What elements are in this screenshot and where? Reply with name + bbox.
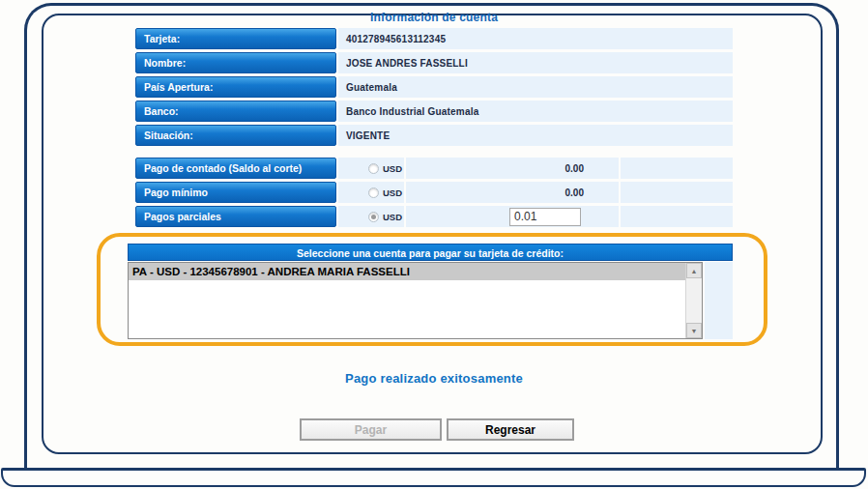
country-value: Guatemala [338, 76, 733, 98]
row-label-banco: Banco: [135, 101, 336, 122]
row-label-pagos-parciales: Pagos parciales [135, 206, 336, 227]
currency-label: USD [383, 187, 402, 198]
payment-options-table: Pago de contado (Saldo al corte) USD 0.0… [135, 158, 733, 230]
amount-pago-minimo: 0.00 [406, 182, 619, 203]
table-row: Tarjeta: 401278945613112345 [135, 28, 733, 49]
card-holder-value: JOSE ANDRES FASSELLI [338, 52, 733, 73]
pagar-button[interactable]: Pagar [300, 418, 442, 441]
card-number-value: 401278945613112345 [338, 28, 733, 49]
payment-success-message: Pago realizado exitosamente [135, 371, 733, 386]
partial-payment-amount-input[interactable] [509, 208, 581, 226]
table-row: Nombre: JOSE ANDRES FASSELLI [135, 52, 733, 73]
row-label-pais-apertura: País Apertura: [135, 76, 336, 98]
status-value: VIGENTE [338, 125, 733, 146]
account-option-selected[interactable]: PA - USD - 12345678901 - ANDREA MARIA FA… [129, 263, 685, 280]
radio-pago-minimo[interactable] [368, 187, 379, 198]
regresar-button[interactable]: Regresar [447, 418, 574, 441]
scroll-up-icon[interactable]: ▲ [686, 263, 702, 278]
laptop-base [1, 468, 866, 487]
account-listbox[interactable]: PA - USD - 12345678901 - ANDREA MARIA FA… [128, 262, 703, 339]
empty-cell [621, 206, 733, 227]
payment-row-minimo: Pago mínimo USD 0.00 [135, 182, 733, 203]
currency-label: USD [383, 212, 402, 222]
empty-cell [621, 182, 733, 203]
row-label-pago-minimo: Pago mínimo [135, 182, 336, 203]
radio-pago-contado[interactable] [368, 163, 379, 174]
row-label-pago-contado: Pago de contado (Saldo al corte) [135, 158, 336, 179]
payment-row-parciales: Pagos parciales USD [135, 206, 733, 227]
page: Información de cuenta Tarjeta: 401278945… [0, 0, 868, 489]
account-selector-header: Seleccione una cuenta para pagar su tarj… [128, 244, 733, 261]
radio-pagos-parciales[interactable] [368, 212, 379, 222]
scroll-down-icon[interactable]: ▼ [686, 323, 702, 338]
bank-value: Banco Industrial Guatemala [338, 101, 733, 122]
account-info-table: Tarjeta: 401278945613112345 Nombre: JOSE… [135, 28, 733, 149]
listbox-right-spacer [705, 262, 733, 339]
empty-cell [621, 158, 733, 179]
payment-row-contado: Pago de contado (Saldo al corte) USD 0.0… [135, 158, 733, 179]
row-label-situacion: Situación: [135, 125, 336, 146]
table-row: País Apertura: Guatemala [135, 76, 733, 98]
table-row: Situación: VIGENTE [135, 125, 733, 146]
row-label-tarjeta: Tarjeta: [135, 28, 336, 49]
row-label-nombre: Nombre: [135, 52, 336, 73]
currency-label: USD [383, 163, 402, 174]
amount-pago-contado: 0.00 [406, 158, 619, 179]
table-row: Banco: Banco Industrial Guatemala [135, 101, 733, 122]
listbox-scrollbar[interactable]: ▲ ▼ [685, 263, 702, 338]
page-title: Información de cuenta [135, 11, 733, 24]
